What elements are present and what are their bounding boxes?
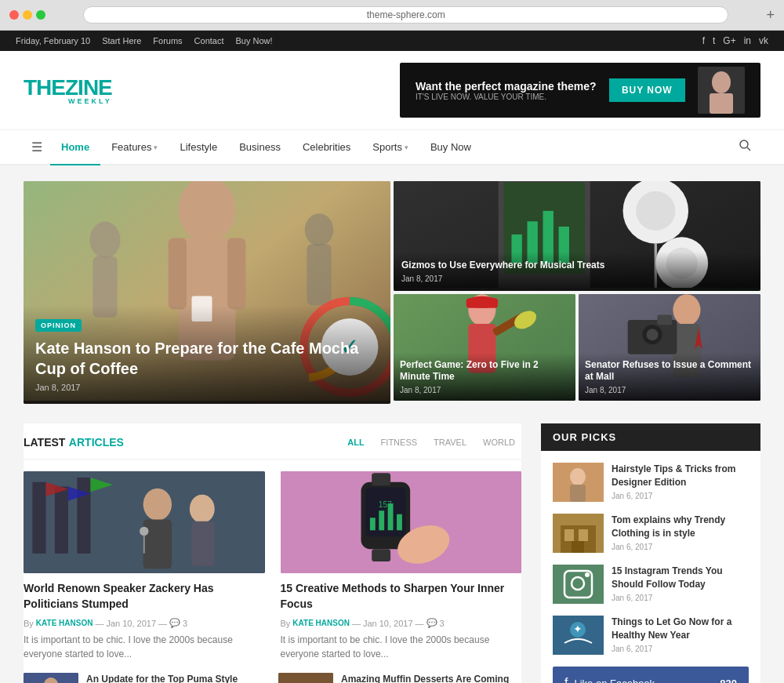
- latest-label: LATEST: [24, 436, 65, 449]
- nav-home[interactable]: Home: [50, 130, 100, 165]
- top-bar: Friday, February 10 Start Here Forums Co…: [0, 31, 784, 51]
- contact-link[interactable]: Contact: [194, 36, 224, 45]
- banner-advertisement: Want the perfect magazine theme? IT'S LI…: [400, 63, 760, 118]
- featured-top-date: Jan 8, 2017: [401, 274, 753, 283]
- googleplus-social-icon[interactable]: G+: [723, 35, 735, 46]
- maximize-dot[interactable]: [36, 10, 45, 20]
- sidebar-pick-date-4: Jan 6, 2017: [612, 645, 749, 653]
- facebook-icon: f: [564, 676, 568, 683]
- article-author-1: KATE HANSON: [36, 619, 93, 627]
- new-tab-button[interactable]: +: [766, 7, 775, 24]
- start-here-link[interactable]: Start Here: [102, 36, 141, 45]
- svg-point-55: [140, 527, 148, 536]
- sidebar-pick-1[interactable]: Hairstyle Tips & Tricks from Designer Ed…: [553, 463, 749, 502]
- filter-all[interactable]: ALL: [341, 435, 370, 449]
- close-dot[interactable]: [9, 10, 19, 20]
- nav-celebrities[interactable]: Celebrities: [292, 130, 361, 164]
- svg-point-37: [673, 294, 700, 325]
- svg-rect-64: [372, 473, 390, 485]
- svg-rect-65: [372, 549, 390, 561]
- small-article-2[interactable]: Amazing Muffin Desserts Are Coming Back …: [278, 673, 521, 683]
- featured-main-image: ✓ OPINION Kate Hanson to Prepare for the…: [24, 181, 390, 404]
- nav-buy-now[interactable]: Buy Now: [419, 130, 482, 164]
- vk-social-icon[interactable]: vk: [759, 35, 768, 46]
- banner-image: [698, 67, 745, 114]
- article-date-2: Jan 10, 2017: [363, 619, 413, 628]
- nav-features[interactable]: Features▾: [100, 130, 169, 164]
- svg-rect-83: [572, 541, 584, 553]
- small-article-image-2: [278, 673, 333, 683]
- hamburger-menu-icon[interactable]: ☰: [24, 130, 50, 164]
- nav-lifestyle[interactable]: Lifestyle: [169, 130, 228, 164]
- svg-rect-35: [466, 298, 498, 308]
- facebook-social-icon[interactable]: f: [702, 35, 705, 46]
- sidebar-pick-image-1: [553, 463, 604, 502]
- search-icon[interactable]: [730, 130, 760, 164]
- featured-grid: ✓ OPINION Kate Hanson to Prepare for the…: [24, 181, 760, 404]
- sidebar-pick-2[interactable]: Tom explains why Trendy Clothing is in s…: [553, 514, 749, 553]
- featured-bottom-left-article[interactable]: Perfect Game: Zero to Five in 2 Minute T…: [394, 294, 575, 401]
- facebook-like-button[interactable]: f Like on Facebook 830: [553, 667, 749, 683]
- sidebar-pick-title-4: Things to Let Go Now for a Healthy New Y…: [612, 616, 749, 642]
- main-content: ✓ OPINION Kate Hanson to Prepare for the…: [0, 165, 784, 683]
- article-title-2: 15 Creative Methods to Sharpen Your Inne…: [281, 581, 522, 612]
- sidebar-pick-text-3: 15 Instagram Trends You Should Follow To…: [612, 565, 749, 602]
- featured-bottom-left-date: Jan 8, 2017: [400, 386, 569, 394]
- sidebar-pick-4[interactable]: ✦ Things to Let Go Now for a Healthy New…: [553, 616, 749, 655]
- our-picks-section: OUR PICKS Hairstyle Tips & Tricks from D…: [541, 423, 760, 683]
- facebook-count: 830: [720, 678, 737, 684]
- svg-point-11: [305, 213, 333, 246]
- our-picks-header: OUR PICKS: [541, 423, 760, 451]
- comment-icon-2: 💬: [426, 618, 437, 628]
- featured-main-title: Kate Hanson to Prepare for the Cafe Moch…: [35, 338, 379, 379]
- twitter-social-icon[interactable]: t: [713, 35, 715, 46]
- filter-fitness[interactable]: FITNESS: [375, 435, 423, 449]
- featured-bottom-left-overlay: Perfect Game: Zero to Five in 2 Minute T…: [394, 353, 575, 401]
- main-navigation: ☰ Home Features▾ Lifestyle Business Cele…: [0, 130, 784, 165]
- filter-travel[interactable]: TRAVEL: [427, 435, 473, 449]
- featured-bottom-right-overlay: Senator Refuses to Issue a Comment at Ma…: [579, 353, 760, 401]
- svg-rect-61: [379, 510, 384, 530]
- browser-dots: [9, 10, 45, 20]
- small-article-image-1: [24, 673, 78, 683]
- featured-bottom-right-date: Jan 8, 2017: [585, 386, 754, 394]
- filter-world[interactable]: WORLD: [477, 435, 521, 449]
- svg-rect-52: [143, 520, 172, 569]
- small-article-1[interactable]: An Update for the Top Puma Style Garment…: [24, 673, 267, 683]
- banner-buy-now-button[interactable]: BUY NOW: [609, 78, 685, 102]
- sidebar-pick-image-3: [553, 565, 604, 604]
- sidebar-pick-title-3: 15 Instagram Trends You Should Follow To…: [612, 565, 749, 591]
- svg-point-51: [143, 489, 172, 521]
- featured-bottom-right-article[interactable]: Senator Refuses to Issue a Comment at Ma…: [579, 294, 760, 401]
- featured-main-date: Jan 8, 2017: [35, 383, 379, 392]
- svg-rect-63: [397, 514, 402, 531]
- nav-business[interactable]: Business: [228, 130, 292, 164]
- linkedin-social-icon[interactable]: in: [744, 35, 751, 46]
- article-card-2[interactable]: 157 15 Creative Methods to Sharpen Your …: [281, 471, 522, 661]
- site-header: THEZINE WEEKLY Want the perfect magazine…: [0, 51, 784, 130]
- featured-right-column: Gizmos to Use Everywhere for Musical Tre…: [394, 181, 760, 401]
- article-excerpt-2: It is important to be chic. I love the 2…: [281, 633, 522, 661]
- small-article-title-2: Amazing Muffin Desserts Are Coming Back …: [341, 673, 521, 683]
- nav-sports[interactable]: Sports▾: [361, 130, 419, 164]
- banner-text: Want the perfect magazine theme? IT'S LI…: [416, 80, 597, 101]
- svg-rect-81: [564, 529, 574, 541]
- minimize-dot[interactable]: [23, 10, 32, 20]
- browser-chrome: theme-sphere.com +: [0, 0, 784, 31]
- address-bar[interactable]: theme-sphere.com: [83, 6, 728, 24]
- article-card-1[interactable]: World Renown Speaker Zackery Has Politic…: [24, 471, 265, 661]
- sidebar-pick-date-1: Jan 6, 2017: [612, 492, 749, 500]
- featured-top-right-article[interactable]: Gizmos to Use Everywhere for Musical Tre…: [394, 181, 760, 291]
- featured-bottom-left-title: Perfect Game: Zero to Five in 2 Minute T…: [400, 359, 569, 383]
- forums-link[interactable]: Forums: [153, 36, 182, 45]
- sidebar-pick-3[interactable]: 15 Instagram Trends You Should Follow To…: [553, 565, 749, 604]
- sidebar-pick-title-2: Tom explains why Trendy Clothing is in s…: [612, 514, 749, 540]
- buy-now-top-link[interactable]: Buy Now!: [236, 36, 273, 45]
- logo[interactable]: THEZINE WEEKLY: [24, 75, 112, 105]
- featured-top-title: Gizmos to Use Everywhere for Musical Tre…: [401, 260, 753, 272]
- sidebar-pick-title-1: Hairstyle Tips & Tricks from Designer Ed…: [612, 463, 749, 489]
- article-comments-1: 3: [183, 619, 187, 628]
- featured-main-article[interactable]: ✓ OPINION Kate Hanson to Prepare for the…: [24, 181, 390, 404]
- svg-rect-47: [77, 478, 90, 554]
- small-article-title-1: An Update for the Top Puma Style Garment…: [86, 673, 267, 683]
